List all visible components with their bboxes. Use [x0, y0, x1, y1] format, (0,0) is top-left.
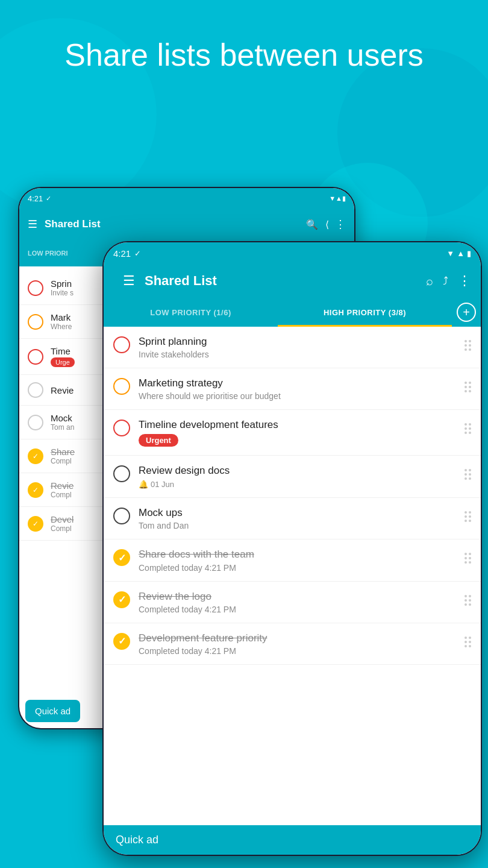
search-icon[interactable]: ⌕: [426, 274, 433, 288]
task-circle-sprint: [113, 336, 130, 353]
bg-status-check: ✓: [46, 195, 51, 203]
signal-icon: ▲: [457, 249, 465, 258]
task-title-marketing: Marketing strategy: [139, 377, 462, 390]
checkmark-icon: ✓: [118, 594, 126, 605]
drag-handle: [462, 593, 474, 608]
bg-quick-add[interactable]: Quick ad: [25, 700, 80, 722]
task-content-devfeat: Development feature priority Completed t…: [139, 632, 462, 656]
status-time: 4:21: [113, 248, 131, 259]
task-circle-devfeat: ✓: [113, 633, 130, 650]
bg-app-title: Shared List: [45, 218, 101, 230]
tab-low-priority[interactable]: LOW PRIORITY (1/6): [104, 298, 278, 327]
tabs-bar: LOW PRIORITY (1/6) HIGH PRIORITY (3/8) +: [104, 298, 481, 327]
task-subtitle-mockups: Tom and Dan: [139, 521, 462, 530]
task-circle-share: ✓: [113, 549, 130, 566]
task-content-share: Share docs with the team Completed today…: [139, 548, 462, 572]
task-subtitle-marketing: Where should we prioritise our budget: [139, 391, 462, 401]
task-content-sprint: Sprint planning Invite stakeholders: [139, 335, 462, 359]
drag-handle: [462, 338, 474, 353]
wifi-icon: ▼: [446, 249, 454, 258]
menu-icon[interactable]: ☰: [123, 273, 135, 289]
list-item[interactable]: ✓ Share docs with the team Completed tod…: [104, 539, 481, 581]
task-title-devfeat: Development feature priority: [139, 632, 462, 645]
task-title-review: Review design docs: [139, 464, 462, 477]
task-circle-timeline: [113, 420, 130, 436]
task-circle-mockups: [113, 508, 130, 524]
drag-handle: [462, 421, 474, 436]
bg-status-icons: ▼▲▮: [329, 195, 346, 203]
bg-menu-icon: ☰: [28, 218, 37, 231]
task-content-timeline: Timeline development features Urgent: [139, 418, 462, 447]
list-item[interactable]: Timeline development features Urgent: [104, 410, 481, 456]
task-content-logo: Review the logo Completed today 4:21 PM: [139, 590, 462, 614]
status-icons: ▼ ▲ ▮: [446, 249, 471, 258]
status-bar: 4:21 ✓ ▼ ▲ ▮: [104, 242, 481, 264]
task-subtitle-logo: Completed today 4:21 PM: [139, 605, 462, 614]
bell-icon: 🔔: [139, 480, 148, 489]
hero-title: Share lists between users: [0, 36, 488, 74]
list-item[interactable]: ✓ Development feature priority Completed…: [104, 623, 481, 665]
drag-handle: [462, 467, 474, 482]
task-circle-review: [113, 465, 130, 482]
share-icon[interactable]: ⤴: [443, 275, 448, 288]
task-title-logo: Review the logo: [139, 590, 462, 603]
list-item[interactable]: Marketing strategy Where should we prior…: [104, 368, 481, 410]
task-content-mockups: Mock ups Tom and Dan: [139, 506, 462, 530]
drag-handle: [462, 509, 474, 524]
drag-handle: [462, 634, 474, 650]
task-title-sprint: Sprint planning: [139, 335, 462, 348]
add-list-button[interactable]: +: [452, 303, 481, 322]
task-subtitle-devfeat: Completed today 4:21 PM: [139, 646, 462, 656]
task-title-share: Share docs with the team: [139, 548, 462, 561]
more-icon[interactable]: ⋮: [458, 273, 471, 289]
drag-handle: [462, 379, 474, 395]
task-subtitle-share: Completed today 4:21 PM: [139, 563, 462, 573]
bg-share-icon: ⟨: [325, 219, 329, 230]
list-item[interactable]: Mock ups Tom and Dan: [104, 498, 481, 539]
app-title: Shared List: [145, 273, 416, 289]
task-content-marketing: Marketing strategy Where should we prior…: [139, 377, 462, 401]
add-circle-icon: +: [457, 303, 476, 322]
bg-more-icon: ⋮: [335, 218, 346, 231]
bg-tab-label: LOW PRIORI: [28, 250, 68, 257]
tab-high-priority[interactable]: HIGH PRIORITY (3/8): [278, 298, 452, 327]
app-bar: ☰ Shared List ⌕ ⤴ ⋮: [104, 264, 481, 298]
list-item[interactable]: Review design docs 🔔 01 Jun: [104, 456, 481, 498]
task-circle-logo: ✓: [113, 591, 130, 608]
list-item[interactable]: Sprint planning Invite stakeholders: [104, 327, 481, 368]
task-content-review: Review design docs 🔔 01 Jun: [139, 464, 462, 489]
foreground-phone: 4:21 ✓ ▼ ▲ ▮ ☰ Shared List ⌕ ⤴ ⋮ LOW PRI…: [102, 241, 482, 856]
bg-status-time: 4:21: [28, 194, 43, 203]
drag-handle: [462, 550, 474, 566]
task-circle-marketing: [113, 378, 130, 395]
status-check: ✓: [134, 249, 141, 258]
task-title-timeline: Timeline development features: [139, 418, 462, 432]
task-date-review: 🔔 01 Jun: [139, 480, 462, 489]
list-item[interactable]: ✓ Review the logo Completed today 4:21 P…: [104, 582, 481, 623]
checkmark-icon: ✓: [118, 552, 126, 564]
task-title-mockups: Mock ups: [139, 506, 462, 520]
battery-icon: ▮: [467, 249, 471, 258]
task-subtitle-sprint: Invite stakeholders: [139, 350, 462, 359]
urgent-badge: Urgent: [139, 434, 178, 447]
quick-add-button[interactable]: Quick ad: [104, 825, 481, 855]
checkmark-icon: ✓: [118, 635, 126, 647]
quick-add-label: Quick ad: [116, 834, 158, 846]
bg-search-icon: 🔍: [306, 219, 318, 230]
task-list: Sprint planning Invite stakeholders Mark…: [104, 327, 481, 825]
